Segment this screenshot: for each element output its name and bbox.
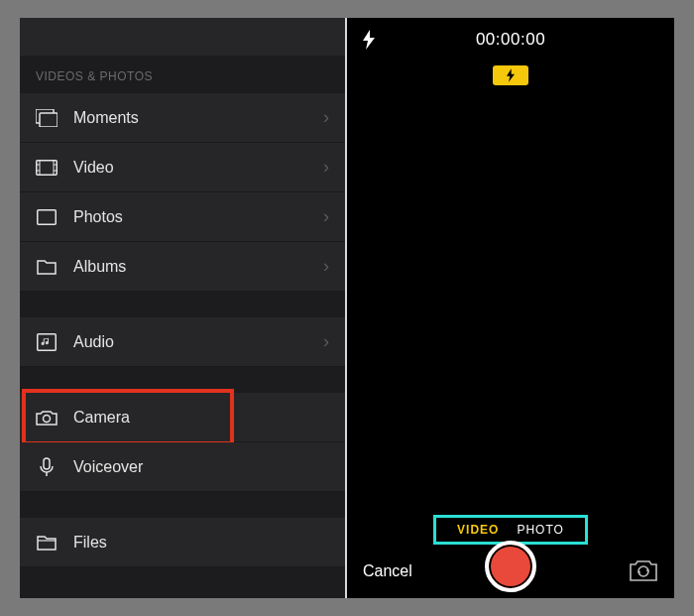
menu-item-audio[interactable]: Audio › [20,317,345,367]
chevron-right-icon: › [323,331,329,352]
section-gap [20,492,345,518]
menu-item-camera[interactable]: Camera [20,393,345,442]
chevron-right-icon: › [323,206,329,227]
camera-icon [36,409,58,427]
video-icon [36,159,58,177]
section-gap [20,292,345,317]
app-container: VIDEOS & PHOTOS Moments › Video › Photos… [20,18,674,598]
panel-top-bar [20,18,345,56]
camera-mode-switch[interactable]: VIDEO PHOTO [447,517,574,543]
svg-rect-9 [38,209,57,224]
svg-rect-1 [40,113,58,127]
section-gap [20,367,345,393]
section-header: VIDEOS & PHOTOS [20,56,345,93]
cancel-button[interactable]: Cancel [363,562,412,580]
files-icon [36,534,58,552]
svg-point-11 [44,415,51,422]
menu-item-voiceover[interactable]: Voiceover [20,442,345,492]
menu-item-files[interactable]: Files [20,518,345,567]
chevron-right-icon: › [323,256,329,277]
menu-item-photos[interactable]: Photos › [20,192,345,242]
menu-item-video[interactable]: Video › [20,143,345,192]
flash-icon[interactable] [363,30,375,50]
mode-video[interactable]: VIDEO [457,523,499,537]
menu-label: Video [73,159,323,177]
menu-label: Audio [73,333,323,351]
moments-icon [36,109,58,127]
chevron-right-icon: › [323,107,329,128]
flash-badge [493,65,528,85]
audio-icon [36,333,58,351]
voiceover-icon [36,458,58,476]
chevron-right-icon: › [323,157,329,178]
record-button[interactable] [485,541,536,592]
albums-icon [36,258,58,276]
camera-bottom-bar: VIDEO PHOTO Cancel [347,499,674,598]
menu-item-moments[interactable]: Moments › [20,93,345,143]
menu-label: Photos [73,208,323,226]
recording-timer: 00:00:00 [476,30,545,50]
mode-photo[interactable]: PHOTO [517,523,563,537]
menu-label: Camera [73,409,329,427]
svg-rect-12 [44,458,50,469]
camera-view: 00:00:00 VIDEO PHOTO Cancel [347,18,674,598]
menu-label: Moments [73,109,323,127]
switch-camera-button[interactable] [629,558,658,582]
photos-icon [36,208,58,226]
menu-item-albums[interactable]: Albums › [20,242,345,292]
menu-label: Files [73,534,329,552]
camera-top-bar: 00:00:00 [347,30,674,50]
menu-label: Voiceover [73,458,329,476]
media-picker-panel: VIDEOS & PHOTOS Moments › Video › Photos… [20,18,347,598]
menu-label: Albums [73,258,323,276]
